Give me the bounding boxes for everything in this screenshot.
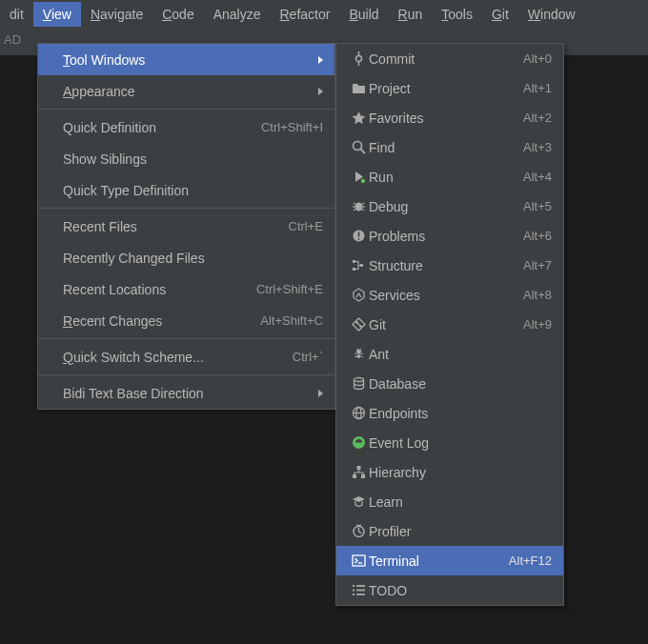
endpoints-icon [348, 406, 369, 420]
bug-icon [348, 199, 369, 213]
menubar-item-window[interactable]: Window [518, 2, 585, 27]
menu-separator [38, 338, 334, 339]
star-icon [348, 111, 369, 125]
todo-icon [348, 583, 369, 597]
structure-icon [348, 258, 369, 272]
folder-icon [348, 81, 369, 95]
profiler-icon [348, 524, 369, 538]
database-icon [348, 376, 369, 391]
menu-item-label: Favorites [369, 111, 523, 126]
tool-window-item-todo[interactable]: TODO [336, 575, 563, 605]
menu-item-shortcut: Alt+2 [523, 111, 552, 125]
menubar-item-analyze[interactable]: Analyze [204, 2, 271, 27]
menu-item-recent-files[interactable]: Recent FilesCtrl+E [38, 211, 334, 242]
menu-item-shortcut: Alt+F12 [509, 553, 552, 568]
eventlog-icon [348, 435, 369, 450]
menubar-item-code[interactable]: Code [152, 2, 203, 27]
menu-item-label: Git [369, 317, 523, 332]
tool-windows-submenu: CommitAlt+0ProjectAlt+1FavoritesAlt+2Fin… [335, 43, 564, 606]
menu-item-label: Bidi Text Base Direction [63, 386, 313, 401]
commit-icon [348, 51, 369, 66]
menu-item-label: Database [369, 376, 552, 392]
menu-item-shortcut: Ctrl+E [289, 219, 323, 233]
menu-item-label: Quick Switch Scheme... [63, 350, 293, 365]
menubar: ditViewNavigateCodeAnalyzeRefactorBuildR… [0, 0, 648, 29]
tool-window-item-endpoints[interactable]: Endpoints [336, 398, 563, 428]
menu-item-tool-windows[interactable]: Tool Windows [38, 44, 334, 75]
menu-item-shortcut: Alt+1 [523, 81, 552, 95]
menu-item-shortcut: Ctrl+Shift+I [261, 120, 323, 134]
submenu-arrow-icon [318, 88, 323, 95]
menu-item-label: Learn [369, 494, 552, 510]
tool-window-item-database[interactable]: Database [336, 369, 563, 398]
tool-window-item-commit[interactable]: CommitAlt+0 [336, 44, 563, 73]
menubar-item-refactor[interactable]: Refactor [270, 2, 339, 27]
menu-item-label: Profiler [369, 524, 552, 539]
tool-window-item-ant[interactable]: Ant [336, 339, 563, 369]
services-icon [348, 288, 369, 302]
menu-item-shortcut: Ctrl+` [293, 350, 323, 364]
menu-item-label: Project [369, 81, 523, 96]
menu-item-quick-definition[interactable]: Quick DefinitionCtrl+Shift+I [38, 111, 334, 143]
tool-window-item-profiler[interactable]: Profiler [336, 516, 563, 546]
tool-window-item-find[interactable]: FindAlt+3 [336, 132, 563, 162]
menubar-item-build[interactable]: Build [339, 2, 388, 27]
menu-item-shortcut: Ctrl+Shift+E [256, 282, 323, 296]
submenu-arrow-icon [318, 56, 323, 64]
menu-item-label: Problems [369, 229, 523, 244]
menu-item-shortcut: Alt+4 [523, 170, 552, 184]
problems-icon [348, 229, 369, 243]
menu-item-shortcut: Alt+5 [523, 199, 552, 213]
menubar-item-view[interactable]: View [33, 2, 81, 27]
menu-item-label: Commit [369, 51, 523, 67]
search-icon [348, 140, 369, 154]
menu-item-label: Recent Changes [63, 313, 260, 329]
tool-window-item-structure[interactable]: StructureAlt+7 [336, 251, 563, 280]
menu-item-recent-changes[interactable]: Recent ChangesAlt+Shift+C [38, 305, 334, 336]
menubar-item-navigate[interactable]: Navigate [81, 2, 152, 27]
menu-item-recent-locations[interactable]: Recent LocationsCtrl+Shift+E [38, 273, 334, 305]
menu-item-label: Debug [369, 199, 523, 214]
tool-window-item-project[interactable]: ProjectAlt+1 [336, 73, 563, 103]
menu-item-label: TODO [369, 583, 552, 598]
tool-window-item-terminal[interactable]: TerminalAlt+F12 [336, 546, 563, 575]
menu-item-label: Recent Files [63, 219, 289, 234]
menu-item-label: Recent Locations [63, 282, 256, 297]
tool-window-item-hierarchy[interactable]: Hierarchy [336, 457, 563, 487]
tool-window-item-favorites[interactable]: FavoritesAlt+2 [336, 103, 563, 132]
menu-item-bidi-text-base-direction[interactable]: Bidi Text Base Direction [38, 377, 334, 409]
menubar-item-dit[interactable]: dit [0, 2, 33, 27]
menu-item-recently-changed-files[interactable]: Recently Changed Files [38, 242, 334, 273]
menubar-item-git[interactable]: Git [482, 2, 518, 27]
tool-window-item-debug[interactable]: DebugAlt+5 [336, 191, 563, 221]
tool-window-item-learn[interactable]: Learn [336, 487, 563, 516]
menu-separator [38, 109, 334, 110]
menu-item-label: Tool Windows [63, 52, 313, 68]
menu-item-shortcut: Alt+6 [523, 229, 552, 243]
menu-item-show-siblings[interactable]: Show Siblings [38, 143, 334, 174]
menu-item-shortcut: Alt+3 [523, 140, 552, 154]
menu-item-label: Quick Type Definition [63, 183, 323, 198]
menu-item-label: Services [369, 288, 523, 303]
menu-item-label: Show Siblings [63, 151, 323, 167]
menu-item-appearance[interactable]: Appearance [38, 75, 334, 107]
menu-item-label: Hierarchy [369, 465, 552, 480]
menu-separator [38, 374, 334, 375]
tool-window-item-run[interactable]: RunAlt+4 [336, 162, 563, 191]
tool-window-item-event-log[interactable]: Event Log [336, 428, 563, 457]
menu-item-shortcut: Alt+0 [523, 51, 552, 66]
tool-window-item-services[interactable]: ServicesAlt+8 [336, 280, 563, 310]
menu-item-shortcut: Alt+7 [523, 258, 552, 272]
menubar-item-tools[interactable]: Tools [432, 2, 482, 27]
menu-item-label: Recently Changed Files [63, 251, 323, 266]
learn-icon [348, 494, 369, 509]
hierarchy-icon [348, 465, 369, 479]
tool-window-item-git[interactable]: GitAlt+9 [336, 310, 563, 339]
menubar-item-run[interactable]: Run [389, 2, 433, 27]
menu-item-quick-switch-scheme-[interactable]: Quick Switch Scheme...Ctrl+` [38, 341, 334, 372]
menu-item-label: Appearance [63, 84, 313, 99]
menu-item-shortcut: Alt+8 [523, 288, 552, 302]
tool-window-item-problems[interactable]: ProblemsAlt+6 [336, 221, 563, 251]
menu-item-quick-type-definition[interactable]: Quick Type Definition [38, 174, 334, 206]
view-menu: Tool WindowsAppearanceQuick DefinitionCt… [37, 43, 335, 410]
